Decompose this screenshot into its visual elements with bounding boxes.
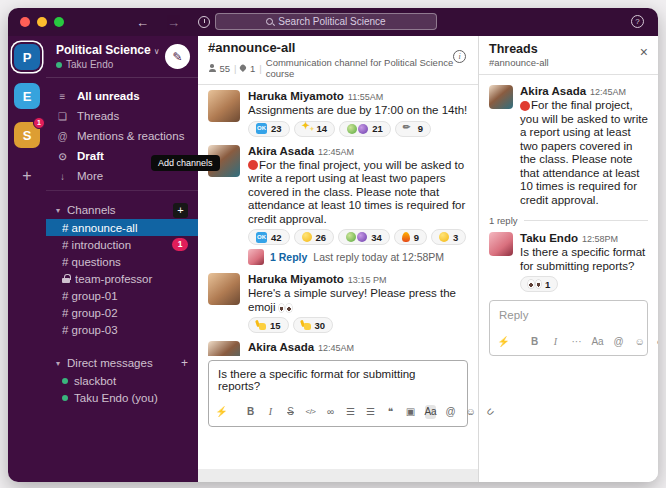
channel-title[interactable]: #announce-all xyxy=(208,40,468,55)
message-author[interactable]: Akira Asada xyxy=(248,341,314,353)
sidebar-item-all-unreads[interactable]: ≡All unreads xyxy=(46,86,198,106)
bullet-list-button[interactable]: ☰ xyxy=(365,405,376,419)
sidebar-channel-announce-all[interactable]: # announce-all xyxy=(46,219,198,236)
message-input[interactable]: Is there a specific format for submittin… xyxy=(209,361,467,398)
member-count[interactable]: 55 xyxy=(219,63,230,74)
link-button[interactable]: ∞ xyxy=(325,405,336,419)
separator: | xyxy=(234,63,236,74)
sidebar-dm-taku-endo[interactable]: Taku Endo (you) xyxy=(46,389,198,406)
add-channel-button[interactable]: + xyxy=(173,203,188,218)
reaction-pill[interactable]: 1 xyxy=(520,276,558,292)
workspace-switcher-s[interactable]: S 1 xyxy=(14,122,40,148)
bold-button[interactable]: B xyxy=(529,334,540,348)
message-author[interactable]: Haruka Miyamoto xyxy=(248,90,344,102)
sidebar-channel-group-02[interactable]: # group-02 xyxy=(46,304,198,321)
add-channels-tooltip: Add channels xyxy=(151,155,220,171)
avatar[interactable] xyxy=(489,232,513,256)
close-window-button[interactable] xyxy=(20,17,30,27)
sidebar-channel-introduction[interactable]: # introduction1 xyxy=(46,236,198,253)
message: Akira Asada12:45AM Please press the emoj… xyxy=(198,341,478,356)
reaction-pill[interactable]: 21 xyxy=(339,121,391,137)
dm-section-header[interactable]: ▾ Direct messages + xyxy=(46,354,198,372)
reaction-pill[interactable]: 30 xyxy=(293,317,334,333)
add-dm-button[interactable]: + xyxy=(181,356,188,370)
blockquote-button[interactable]: ❝ xyxy=(385,405,396,419)
message-time: 13:15 PM xyxy=(348,275,387,285)
reaction-pill[interactable]: 14 xyxy=(294,121,336,137)
pin-count[interactable]: 1 xyxy=(250,63,255,74)
avatar[interactable] xyxy=(208,273,240,305)
minimize-window-button[interactable] xyxy=(37,17,47,27)
add-workspace-button[interactable]: + xyxy=(22,167,31,185)
thread-summary[interactable]: 1 Reply Last reply today at 12:58PM xyxy=(248,249,468,265)
strikethrough-button[interactable]: S xyxy=(285,405,296,419)
workspace-menu[interactable]: Political Science∨ Taku Endo xyxy=(56,43,165,70)
italic-button[interactable]: I xyxy=(265,405,276,419)
sidebar-item-label: Draft xyxy=(77,150,104,162)
reaction-pill[interactable]: 15 xyxy=(248,317,289,333)
history-back-button[interactable]: ← xyxy=(136,15,149,30)
reaction-pill[interactable]: 42 xyxy=(248,229,290,245)
close-icon[interactable]: × xyxy=(640,46,648,58)
thread-reply-link[interactable]: 1 Reply xyxy=(270,251,307,263)
mention-button[interactable]: @ xyxy=(613,334,624,348)
reaction-count: 9 xyxy=(418,123,423,134)
sidebar-channel-group-01[interactable]: # group-01 xyxy=(46,287,198,304)
presence-dot xyxy=(56,62,62,68)
channel-info-icon[interactable]: i xyxy=(453,50,466,63)
reaction-pill[interactable]: 23 xyxy=(248,121,290,137)
ordered-list-button[interactable]: ☰ xyxy=(345,405,356,419)
workspace-switcher-political-science[interactable]: P xyxy=(14,44,40,70)
message-author[interactable]: Akira Asada xyxy=(248,145,314,157)
code-button[interactable]: </> xyxy=(305,405,316,419)
message-author[interactable]: Taku Endo xyxy=(520,232,578,244)
pencil-emoji xyxy=(403,123,414,134)
code-block-button[interactable]: ▣ xyxy=(405,405,416,419)
formatting-toggle-button[interactable]: Aa xyxy=(425,405,436,419)
sidebar-channel-team-professor[interactable]: team-professor xyxy=(46,270,198,287)
emoji-button[interactable]: ☺ xyxy=(634,334,645,348)
formatting-toggle-button[interactable]: Aa xyxy=(592,334,603,348)
sidebar-item-threads[interactable]: ❏Threads xyxy=(46,106,198,126)
mention-button[interactable]: @ xyxy=(445,405,456,419)
message-text: Is there a specific format for submittin… xyxy=(520,246,648,273)
reaction-pill[interactable]: 9 xyxy=(394,229,427,245)
thread-last-reply: Last reply today at 12:58PM xyxy=(313,251,444,263)
sidebar-item-mentions[interactable]: @Mentions & reactions xyxy=(46,126,198,146)
message-author[interactable]: Akira Asada xyxy=(520,85,586,97)
emoji-button[interactable]: ☺ xyxy=(465,405,476,419)
reaction-pill[interactable]: 26 xyxy=(294,229,335,245)
avatar[interactable] xyxy=(208,341,240,356)
message-author[interactable]: Haruka Miyamoto xyxy=(248,273,344,285)
reply-input[interactable]: Reply xyxy=(490,301,647,329)
dm-label: Direct messages xyxy=(67,357,181,369)
history-forward-button[interactable]: → xyxy=(167,15,180,30)
italic-button[interactable]: I xyxy=(550,334,561,348)
help-icon[interactable]: ? xyxy=(631,15,644,28)
avatar[interactable] xyxy=(489,85,513,109)
search-bar[interactable]: Search Political Science xyxy=(215,13,437,30)
reaction-pill[interactable]: 34 xyxy=(338,229,390,245)
shortcuts-button[interactable]: ⚡ xyxy=(216,405,227,419)
channel-topic[interactable]: Communication channel for Political Scie… xyxy=(266,57,468,79)
bold-button[interactable]: B xyxy=(245,405,256,419)
reaction-pill[interactable]: 9 xyxy=(395,121,431,137)
more-formatting-button[interactable]: ··· xyxy=(571,334,582,348)
history-clock-icon[interactable] xyxy=(198,16,210,28)
channel-label: # introduction xyxy=(62,239,172,251)
attach-button[interactable]: ∪ xyxy=(655,334,658,348)
workspace-switcher-e[interactable]: E xyxy=(14,83,40,109)
shortcuts-button[interactable]: ⚡ xyxy=(498,334,509,348)
workspace-rail: P E S 1 + xyxy=(8,36,46,482)
sidebar-dm-slackbot[interactable]: slackbot xyxy=(46,372,198,389)
sidebar-channel-questions[interactable]: # questions xyxy=(46,253,198,270)
workspace-initial: S xyxy=(23,128,32,143)
avatar[interactable] xyxy=(208,90,240,122)
pencil-icon: ✎ xyxy=(172,50,182,64)
channels-section-header[interactable]: ▾ Channels + xyxy=(46,201,198,219)
reaction-pill[interactable]: 3 xyxy=(431,229,466,245)
chevron-down-icon: ▾ xyxy=(56,359,60,368)
sidebar-channel-group-03[interactable]: # group-03 xyxy=(46,321,198,338)
zoom-window-button[interactable] xyxy=(54,17,64,27)
new-message-button[interactable]: ✎ xyxy=(165,44,190,69)
